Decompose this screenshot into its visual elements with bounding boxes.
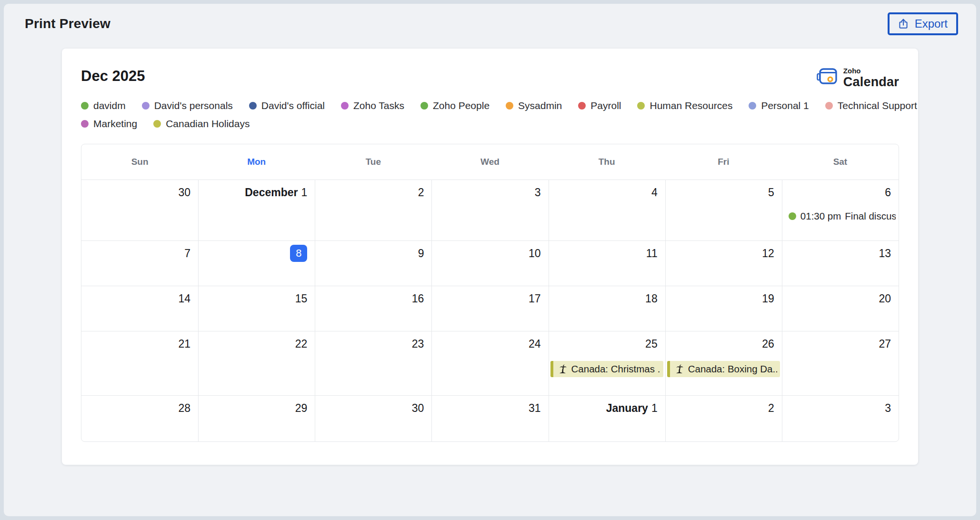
legend-label: Personal 1 <box>761 100 809 111</box>
legend-label: Technical Support <box>838 100 917 111</box>
day-number: 7 <box>81 241 198 261</box>
today-badge: 8 <box>290 245 307 262</box>
event-time: 01:30 pm <box>800 210 841 222</box>
day-number: 30 <box>315 396 431 416</box>
legend-label: Zoho Tasks <box>353 100 404 111</box>
day-cell: 19 <box>665 286 782 331</box>
day-cell: 2 <box>665 396 782 441</box>
day-number: 12 <box>666 241 782 261</box>
day-cell: 7 <box>81 241 198 286</box>
day-number: January1 <box>549 396 665 416</box>
legend-item: Technical Support <box>825 100 917 111</box>
event-color-dot <box>789 212 796 220</box>
legend-item: David's personals <box>142 100 233 111</box>
day-cell: 20 <box>782 286 899 331</box>
calendar-legend: davidmDavid's personalsDavid's officialZ… <box>81 100 899 130</box>
legend-item: Marketing <box>81 118 137 130</box>
day-cell: 12 <box>665 241 782 286</box>
day-number: 21 <box>81 331 198 351</box>
calendar-color-dot <box>420 102 428 110</box>
day-cell: 13 <box>782 241 899 286</box>
weekday-fri: Fri <box>665 157 782 167</box>
calendar-color-dot <box>506 102 513 110</box>
logo-product: Calendar <box>843 76 899 89</box>
day-cell: 601:30 pmFinal discus... <box>782 180 899 240</box>
export-button[interactable]: Export <box>888 12 958 35</box>
weekday-header-row: SunMonTueWedThuFriSat <box>81 144 899 180</box>
day-number: 24 <box>432 331 548 351</box>
print-preview-page: Print Preview Export Dec 2025 <box>4 4 976 516</box>
day-cell: 30 <box>315 396 431 441</box>
day-number: 17 <box>432 286 548 306</box>
event-title: Final discus... <box>845 210 896 222</box>
weekday-sun: Sun <box>81 157 198 167</box>
day-number: 11 <box>549 241 665 261</box>
day-cell: 22 <box>198 331 315 395</box>
export-label: Export <box>915 17 948 30</box>
calendar-logo-icon <box>816 67 839 89</box>
day-number: 9 <box>315 241 431 261</box>
day-number: 3 <box>432 180 548 200</box>
legend-label: Sysadmin <box>518 100 562 111</box>
legend-item: Human Resources <box>637 100 732 111</box>
day-number: 4 <box>549 180 665 200</box>
legend-row: MarketingCanadian Holidays <box>81 118 899 130</box>
calendar-color-dot <box>341 102 349 110</box>
day-cell: 21 <box>81 331 198 395</box>
month-label: December <box>245 186 298 199</box>
legend-label: Payroll <box>590 100 621 111</box>
palm-tree-icon <box>674 364 684 374</box>
day-cell: 24 <box>431 331 548 395</box>
export-icon <box>897 18 910 30</box>
legend-item: Personal 1 <box>749 100 809 111</box>
day-cell: 23 <box>315 331 431 395</box>
calendar-weeks: 30December12345601:30 pmFinal discus...7… <box>81 180 899 441</box>
day-number: 19 <box>666 286 782 306</box>
legend-label: Zoho People <box>433 100 490 111</box>
day-number: 3 <box>782 396 899 416</box>
month-title: Dec 2025 <box>81 68 145 85</box>
month-label: January <box>606 402 648 414</box>
weekday-sat: Sat <box>782 157 899 167</box>
weekday-thu: Thu <box>549 157 665 167</box>
day-cell: 29 <box>198 396 315 441</box>
day-cell: 26Canada: Boxing Da... <box>665 331 782 395</box>
calendar-color-dot <box>249 102 257 110</box>
day-cell: 16 <box>315 286 431 331</box>
day-cell: 30 <box>81 180 198 240</box>
day-cell: 28 <box>81 396 198 441</box>
day-number: 13 <box>782 241 899 261</box>
day-number: 2 <box>666 396 782 416</box>
day-cell: 4 <box>549 180 665 240</box>
day-cell: December1 <box>198 180 315 240</box>
timed-event: 01:30 pmFinal discus... <box>789 210 896 222</box>
calendar-color-dot <box>81 102 89 110</box>
legend-item: David's official <box>249 100 325 111</box>
palm-tree-icon <box>558 364 568 374</box>
calendar-color-dot <box>825 102 833 110</box>
calendar-color-dot <box>749 102 756 110</box>
legend-label: Human Resources <box>650 100 732 111</box>
day-number: 5 <box>666 180 782 200</box>
day-number: 29 <box>199 396 315 416</box>
day-cell: 17 <box>431 286 548 331</box>
day-cell: 10 <box>431 241 548 286</box>
legend-label: Marketing <box>93 118 137 130</box>
calendar-color-dot <box>142 102 150 110</box>
legend-label: davidm <box>93 100 126 111</box>
day-cell: 11 <box>549 241 665 286</box>
legend-item: Sysadmin <box>506 100 562 111</box>
day-cell: 9 <box>315 241 431 286</box>
legend-item: Zoho People <box>420 100 490 111</box>
holiday-event: Canada: Christmas ... <box>550 361 663 377</box>
day-number: 2 <box>315 180 431 200</box>
week-row: 14151617181920 <box>81 286 899 331</box>
legend-item: Zoho Tasks <box>341 100 404 111</box>
day-cell: 25Canada: Christmas ... <box>549 331 665 395</box>
day-cell: 5 <box>665 180 782 240</box>
week-row: 78910111213 <box>81 240 899 286</box>
day-number: 30 <box>81 180 198 200</box>
weekday-wed: Wed <box>431 157 548 167</box>
day-number: 20 <box>782 286 899 306</box>
day-number: 18 <box>549 286 665 306</box>
